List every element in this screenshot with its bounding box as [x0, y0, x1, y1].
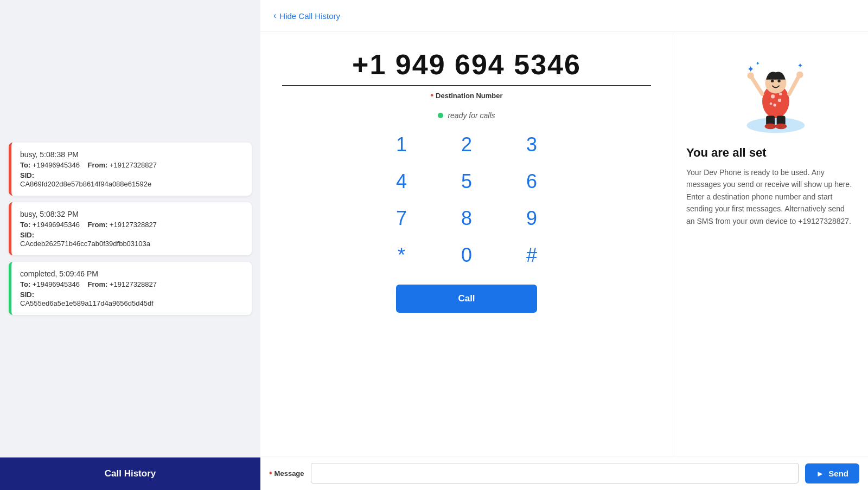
hide-call-history-link[interactable]: Hide Call History [279, 11, 340, 21]
key-6-button[interactable]: 6 [510, 167, 553, 196]
send-icon: ► [816, 469, 824, 478]
call-item-sid-label: SID: [20, 289, 243, 299]
status-text: ready for calls [448, 111, 495, 120]
svg-point-2 [771, 94, 775, 98]
key-*-button[interactable]: * [380, 241, 423, 269]
call-item-sid: CA555ed6a5e1e589a117d4a9656d5d45df [20, 299, 243, 307]
call-item-sid-label: SID: [20, 170, 243, 180]
status-dot [438, 113, 443, 118]
send-button[interactable]: ► Send [805, 463, 859, 483]
send-label: Send [828, 469, 848, 478]
key-#-button[interactable]: # [510, 241, 553, 269]
you-all-set-title: You are all set [686, 146, 767, 160]
svg-point-6 [769, 102, 771, 105]
right-panel: ‹ Hide Call History +1 949 694 5346 Dest… [260, 0, 868, 490]
call-history-footer[interactable]: Call History [0, 457, 260, 490]
call-item-sid-label: SID: [20, 230, 243, 240]
key-9-button[interactable]: 9 [510, 204, 553, 233]
bottom-bar: Message ► Send [260, 456, 868, 490]
svg-point-3 [777, 99, 781, 102]
svg-point-4 [773, 104, 776, 106]
svg-point-16 [764, 124, 776, 130]
call-item-status: busy, 5:08:32 PM [20, 210, 243, 218]
svg-line-12 [789, 76, 799, 94]
call-item[interactable]: busy, 5:08:32 PM To: +19496945346 From: … [9, 202, 252, 255]
call-item-to: To: +19496945346 From: +19127328827 [20, 221, 243, 229]
destination-label: Destination Number [430, 91, 502, 100]
call-button[interactable]: Call [396, 285, 537, 313]
svg-text:✦: ✦ [755, 61, 760, 66]
chevron-left-icon: ‹ [273, 11, 276, 21]
call-item-status: completed, 5:09:46 PM [20, 269, 243, 278]
info-section: ✦ ✦ ✦ You are all set Your Dev Phone is … [673, 32, 868, 456]
key-2-button[interactable]: 2 [445, 131, 488, 159]
top-bar: ‹ Hide Call History [260, 0, 868, 32]
key-3-button[interactable]: 3 [510, 131, 553, 159]
call-item-to: To: +19496945346 From: +19127328827 [20, 280, 243, 288]
key-1-button[interactable]: 1 [380, 131, 423, 159]
status-row: ready for calls [438, 111, 495, 120]
illustration: ✦ ✦ ✦ [722, 48, 820, 135]
call-item-sid: CA869fd202d8e57b8614f94a088e61592e [20, 180, 243, 188]
left-panel: busy, 5:08:38 PM To: +19496945346 From: … [0, 0, 260, 490]
call-item-to: To: +19496945346 From: +19127328827 [20, 161, 243, 169]
call-history-list: busy, 5:08:38 PM To: +19496945346 From: … [0, 0, 260, 457]
call-item-status: busy, 5:08:38 PM [20, 150, 243, 159]
svg-point-5 [779, 93, 782, 95]
svg-point-13 [796, 72, 803, 78]
svg-text:✦: ✦ [797, 62, 802, 69]
main-content: +1 949 694 5346 Destination Number ready… [260, 32, 868, 456]
key-8-button[interactable]: 8 [445, 204, 488, 233]
key-0-button[interactable]: 0 [445, 241, 488, 269]
phone-number-display: +1 949 694 5346 [282, 48, 651, 86]
call-item-sid: CAcdeb262571b46cc7ab0f39dfbb03103a [20, 240, 243, 248]
message-label: Message [269, 468, 304, 478]
key-4-button[interactable]: 4 [380, 167, 423, 196]
svg-point-17 [775, 124, 787, 130]
key-7-button[interactable]: 7 [380, 204, 423, 233]
dialer-section: +1 949 694 5346 Destination Number ready… [260, 32, 673, 456]
you-all-set-description: Your Dev Phone is ready to be used. Any … [686, 166, 855, 227]
svg-text:✦: ✦ [746, 65, 754, 74]
keypad: 123456789*0# [380, 131, 553, 269]
call-item[interactable]: busy, 5:08:38 PM To: +19496945346 From: … [9, 143, 252, 196]
key-5-button[interactable]: 5 [445, 167, 488, 196]
svg-point-8 [771, 80, 774, 82]
call-item[interactable]: completed, 5:09:46 PM To: +19496945346 F… [9, 262, 252, 315]
message-input[interactable] [311, 463, 799, 483]
svg-line-10 [751, 77, 762, 94]
svg-point-9 [777, 80, 780, 82]
